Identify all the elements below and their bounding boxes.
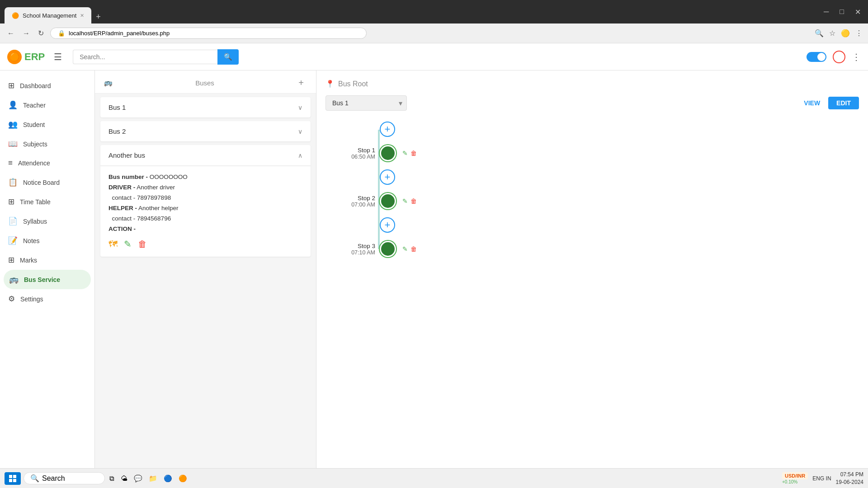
location-icon: 📍: [326, 80, 335, 88]
sidebar-item-notice-board[interactable]: 📋 Notice Board: [0, 173, 94, 192]
sidebar: ⊞ Dashboard 👤 Teacher 👥 Student 📖 Subjec…: [0, 70, 95, 468]
buses-panel: 🚌 Buses + Bus 1 ∨ Bus 2 ∨: [95, 70, 316, 468]
logo-text: ERP: [24, 51, 45, 63]
sidebar-label-subjects: Subjects: [23, 141, 47, 148]
notes-icon: 📝: [8, 236, 18, 245]
bookmark-icon[interactable]: ☆: [829, 29, 835, 38]
logo: 🟠 ERP: [7, 50, 45, 64]
map-action-icon[interactable]: 🗺: [108, 239, 118, 249]
driver-label: DRIVER -: [108, 184, 135, 191]
stop-2-label-area: Stop 2 07:00 AM: [335, 195, 375, 208]
profile-icon[interactable]: 🟡: [841, 29, 850, 38]
view-button[interactable]: VIEW: [799, 97, 825, 109]
stop-1-name: Stop 1: [335, 147, 375, 154]
add-stop-2-3-button[interactable]: +: [380, 217, 395, 233]
sidebar-label-timetable: Time Table: [20, 198, 51, 206]
bus1-header[interactable]: Bus 1 ∨: [100, 97, 311, 117]
sidebar-item-notes[interactable]: 📝 Notes: [0, 231, 94, 250]
tab-label: School Management: [23, 12, 76, 19]
notification-circle[interactable]: [833, 51, 845, 63]
route-header: 📍 Bus Root: [326, 80, 859, 88]
stop-2-actions: ✎ 🗑: [402, 197, 417, 205]
bus-card-another-bus: Another bus ∧ Bus number - OOOOOOOO DRIV…: [100, 145, 311, 257]
stop-3-delete-icon[interactable]: 🗑: [410, 245, 417, 253]
tab-close-icon[interactable]: ✕: [80, 13, 84, 19]
search-button[interactable]: 🔍: [217, 49, 239, 65]
stop-1-delete-icon[interactable]: 🗑: [410, 150, 417, 157]
student-icon: 👥: [8, 120, 18, 129]
stop-3-edit-icon[interactable]: ✎: [402, 245, 408, 253]
another-bus-header[interactable]: Another bus ∧: [100, 145, 311, 166]
restore-button[interactable]: □: [837, 7, 847, 17]
forward-button[interactable]: →: [21, 28, 32, 39]
driver-contact-row: contact - 7897897898: [108, 194, 302, 201]
stop-2-edit-icon[interactable]: ✎: [402, 197, 408, 205]
app-body: ⊞ Dashboard 👤 Teacher 👥 Student 📖 Subjec…: [0, 70, 868, 468]
minimize-button[interactable]: ─: [821, 7, 831, 17]
more-options-button[interactable]: ⋮: [852, 52, 861, 62]
buses-header: 🚌 Buses +: [95, 70, 316, 94]
helper-name: Another helper: [138, 205, 179, 211]
buses-title: Buses: [195, 79, 214, 87]
stop-1-actions: ✎ 🗑: [402, 150, 417, 157]
sidebar-label-teacher: Teacher: [23, 102, 46, 109]
new-tab-button[interactable]: +: [92, 10, 104, 23]
browser-chrome: 🟠 School Management ✕ + ─ □ ✕: [0, 0, 868, 23]
edit-button[interactable]: EDIT: [828, 97, 859, 109]
sidebar-item-subjects[interactable]: 📖 Subjects: [0, 134, 94, 154]
sidebar-item-marks[interactable]: ⊞ Marks: [0, 250, 94, 270]
url-text: localhost/ERP/admin_panel/buses.php: [69, 30, 170, 37]
address-input[interactable]: 🔒 localhost/ERP/admin_panel/buses.php: [50, 28, 367, 39]
bus-card-bus2: Bus 2 ∨: [100, 121, 311, 141]
app-header: 🟠 ERP ☰ 🔍 ⋮: [0, 43, 868, 70]
sidebar-item-dashboard[interactable]: ⊞ Dashboard: [0, 76, 94, 95]
add-stop-top: +: [380, 122, 859, 137]
another-bus-name: Another bus: [108, 151, 145, 159]
helper-contact-value: 7894568796: [137, 215, 171, 222]
sidebar-item-student[interactable]: 👥 Student: [0, 115, 94, 134]
hamburger-menu[interactable]: ☰: [54, 52, 62, 62]
stop-2-circle: [380, 193, 396, 209]
driver-name: Another driver: [137, 184, 175, 191]
timetable-icon: ⊞: [8, 197, 14, 206]
sidebar-label-notice: Notice Board: [23, 179, 60, 186]
sidebar-item-bus-service[interactable]: 🚌 Bus Service: [4, 270, 91, 289]
add-stop-top-button[interactable]: +: [380, 122, 395, 137]
reload-button[interactable]: ↻: [36, 27, 46, 39]
add-stop-2-3: +: [380, 217, 859, 233]
search-input[interactable]: [73, 50, 217, 64]
theme-toggle[interactable]: [807, 52, 826, 62]
buses-icon: 🚌: [104, 79, 113, 87]
route-panel: 📍 Bus Root Bus 1 Bus 2 Another bus VIEW …: [316, 70, 868, 468]
sidebar-item-teacher[interactable]: 👤 Teacher: [0, 95, 94, 115]
stop-3-circle: [380, 241, 396, 257]
bus-select-wrapper: Bus 1 Bus 2 Another bus: [326, 95, 407, 111]
back-button[interactable]: ←: [5, 28, 16, 39]
notice-icon: 📋: [8, 178, 18, 187]
menu-icon[interactable]: ⋮: [855, 29, 863, 38]
address-bar: ← → ↻ 🔒 localhost/ERP/admin_panel/buses.…: [0, 23, 868, 43]
sidebar-item-time-table[interactable]: ⊞ Time Table: [0, 192, 94, 211]
route-timeline: + Stop 1 06:50 AM ✎ 🗑 +: [326, 122, 859, 257]
sidebar-item-syllabus[interactable]: 📄 Syllabus: [0, 211, 94, 231]
bus-select[interactable]: Bus 1 Bus 2 Another bus: [326, 95, 407, 111]
search-icon[interactable]: 🔍: [815, 29, 824, 38]
stop-2-delete-icon[interactable]: 🗑: [410, 197, 417, 205]
sidebar-label-student: Student: [23, 121, 45, 128]
close-button[interactable]: ✕: [852, 7, 863, 17]
subjects-icon: 📖: [8, 139, 18, 149]
sidebar-item-attendence[interactable]: ≡ Attendence: [0, 154, 94, 173]
tab-favicon: 🟠: [12, 12, 19, 19]
delete-action-icon[interactable]: 🗑: [138, 239, 147, 249]
add-bus-button[interactable]: +: [295, 77, 307, 89]
bus2-header[interactable]: Bus 2 ∨: [100, 121, 311, 141]
helper-label: HELPER -: [108, 205, 137, 211]
sidebar-item-settings[interactable]: ⚙ Settings: [0, 289, 94, 309]
stop-1-edit-icon[interactable]: ✎: [402, 150, 408, 157]
add-stop-1-2-button[interactable]: +: [380, 169, 395, 185]
edit-action-icon[interactable]: ✎: [124, 239, 132, 249]
bus-number-row: Bus number - OOOOOOOO: [108, 174, 302, 180]
active-tab[interactable]: 🟠 School Management ✕: [5, 7, 91, 23]
stop-3-time: 07:10 AM: [335, 249, 375, 256]
stop-1-row: Stop 1 06:50 AM ✎ 🗑: [380, 145, 859, 161]
